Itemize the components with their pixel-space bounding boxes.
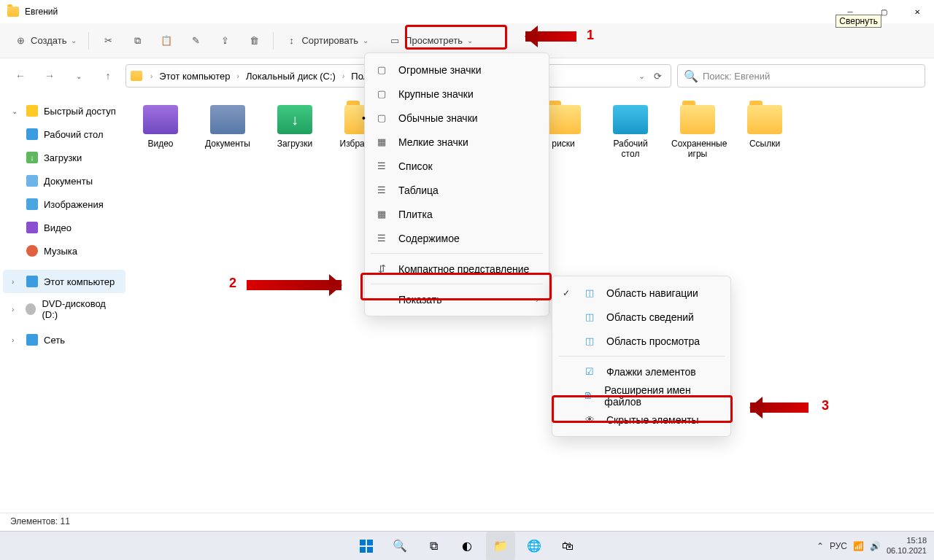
item-documents[interactable]: Документы [201,105,254,159]
paste-button[interactable]: 📋 [153,28,180,54]
search-box[interactable]: 🔍 [677,64,925,88]
sidebar-videos[interactable]: Видео [3,216,126,239]
sort-button[interactable]: ↕ Сортировать ⌄ [279,28,374,54]
list-icon: ☰ [375,160,388,173]
recent-button[interactable]: ⌄ [67,64,90,88]
chevron-right-icon: › [536,295,539,304]
sidebar-documents[interactable]: Документы [3,169,126,192]
label: Музыка [44,246,77,257]
menu-table[interactable]: ☰Таблица [365,178,549,202]
menu-nav-pane[interactable]: ✓◫Область навигации [552,281,730,305]
cut-icon: ✂ [102,35,114,47]
content-icon: ☰ [375,232,388,245]
menu-separator [371,284,543,284]
downloads-folder-icon: ↓ [277,105,312,134]
menu-show[interactable]: Показать› [365,287,549,311]
menu-extensions[interactable]: 🗎Расширения имен файлов [552,384,730,408]
sidebar-music[interactable]: Музыка [3,239,126,262]
chevron-down-icon[interactable]: ⌄ [638,71,645,81]
sidebar-downloads[interactable]: ↓Загрузки [3,146,126,169]
paste-icon: 📋 [161,35,172,47]
arrow-2 [247,280,341,290]
delete-button[interactable]: 🗑 [241,28,267,54]
item-videos[interactable]: Видео [134,105,187,159]
menu-huge-icons[interactable]: ▢Огромные значки [365,58,549,82]
label: Сохраненные игры [671,139,724,159]
square-icon: ▢ [375,63,388,77]
sidebar-network[interactable]: ›Сеть [3,328,126,351]
separator [88,32,89,50]
tray-chevron-icon[interactable]: ⌃ [817,541,824,551]
chevron-down-icon: ⌄ [71,36,77,44]
taskview-button[interactable]: ⧉ [419,532,448,561]
language-indicator[interactable]: РУС [830,541,847,551]
sidebar-quick[interactable]: ⌄Быстрый доступ [3,99,126,122]
copy-button[interactable]: ⧉ [124,28,150,54]
item-desktop[interactable]: Рабочий стол [604,105,657,159]
menu-content[interactable]: ☰Содержимое [365,226,549,250]
widgets-button[interactable]: ◐ [452,532,482,561]
video-folder-icon [143,105,178,134]
label: Загрузки [269,139,321,149]
search-input[interactable] [703,71,919,82]
sidebar-dvd[interactable]: ›DVD-дисковод (D:) [3,298,126,321]
menu-large-icons[interactable]: ▢Крупные значки [365,82,549,106]
menu-hidden-items[interactable]: 👁Скрытые элементы [552,408,730,432]
sidebar: ⌄Быстрый доступ Рабочий стол ↓Загрузки Д… [0,93,128,513]
menu-compact[interactable]: ⇵Компактное представление [365,257,549,281]
menu-checkboxes[interactable]: ☑Флажки элементов [552,359,730,384]
label: Список [398,160,433,172]
svg-rect-3 [367,547,373,553]
label: Документы [201,139,254,149]
store-button[interactable]: 🛍 [553,532,582,561]
breadcrumb-segment[interactable]: Этот компьютер [158,71,231,82]
item-downloads[interactable]: ↓Загрузки [269,105,321,159]
share-button[interactable]: ⇪ [212,28,238,54]
label: Компактное представление [398,263,529,275]
back-button[interactable]: ← [9,64,32,88]
chevron-down-icon: ⌄ [467,36,473,44]
create-button[interactable]: ⊕ Создать ⌄ [9,28,82,54]
blank-icon [375,293,388,306]
cut-button[interactable]: ✂ [95,28,121,54]
wifi-icon[interactable]: 📶 [853,541,864,551]
view-button[interactable]: ▭ Просмотреть ⌄ [383,28,479,54]
search-button[interactable]: 🔍 [385,532,414,561]
chevron-right-icon: › [12,278,20,286]
sidebar-images[interactable]: Изображения [3,192,126,216]
close-button[interactable]: ✕ [900,0,934,23]
menu-preview-pane[interactable]: ◫Область просмотра [552,329,730,353]
menu-list[interactable]: ☰Список [365,154,549,178]
grid-icon: ▦ [375,136,388,149]
start-button[interactable] [352,532,381,561]
sort-icon: ↕ [285,35,297,47]
rename-button[interactable]: ✎ [182,28,209,54]
sidebar-desktop[interactable]: Рабочий стол [3,122,126,146]
label: Область сведений [606,311,694,323]
menu-separator [371,253,543,254]
clock[interactable]: 15:18 06.10.2021 [887,536,927,555]
volume-icon[interactable]: 🔊 [870,541,881,551]
tiles-icon: ▦ [375,208,388,221]
label: Крупные значки [398,88,474,100]
refresh-button[interactable]: ⟳ [654,71,662,82]
menu-small-icons[interactable]: ▦Мелкие значки [365,130,549,154]
folder-icon [131,71,142,81]
label: Изображения [44,199,104,210]
menu-details-pane[interactable]: ◫Область сведений [552,305,730,329]
item-links[interactable]: Ссылки [738,105,791,159]
sidebar-pc[interactable]: ›Этот компьютер [3,270,126,293]
menu-normal-icons[interactable]: •▢Обычные значки [365,106,549,130]
folder-icon [7,7,19,17]
forward-button[interactable]: → [38,64,61,88]
up-button[interactable]: ↑ [96,64,120,88]
menu-tiles[interactable]: ▦Плитка [365,202,549,226]
label: Документы [44,176,93,187]
item-saved-games[interactable]: Сохраненные игры [671,105,724,159]
breadcrumb-segment[interactable]: Локальный диск (C:) [244,71,337,82]
edge-button[interactable]: 🌐 [520,532,549,561]
documents-folder-icon [210,105,245,134]
svg-rect-0 [360,540,366,545]
explorer-button[interactable]: 📁 [486,532,515,561]
computer-icon [26,276,38,287]
